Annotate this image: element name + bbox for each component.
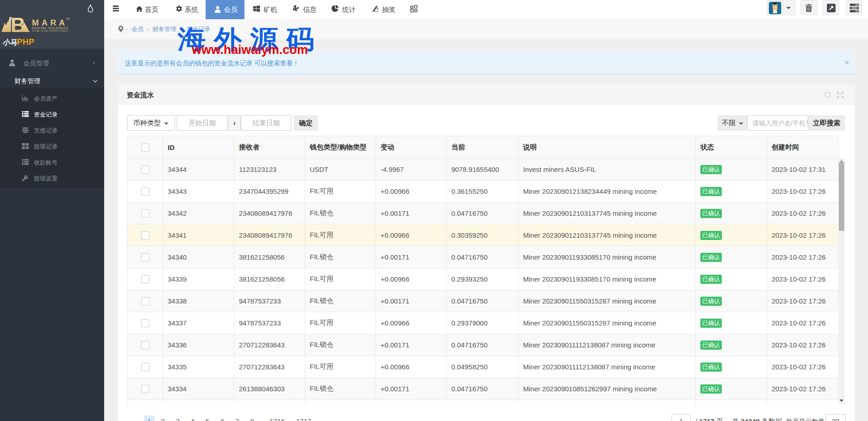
- svg-text:GLOBAL DIGITAL CURRENCY MINING: GLOBAL DIGITAL CURRENCY MINING: [32, 30, 68, 32]
- svg-text:TM: TM: [66, 17, 69, 20]
